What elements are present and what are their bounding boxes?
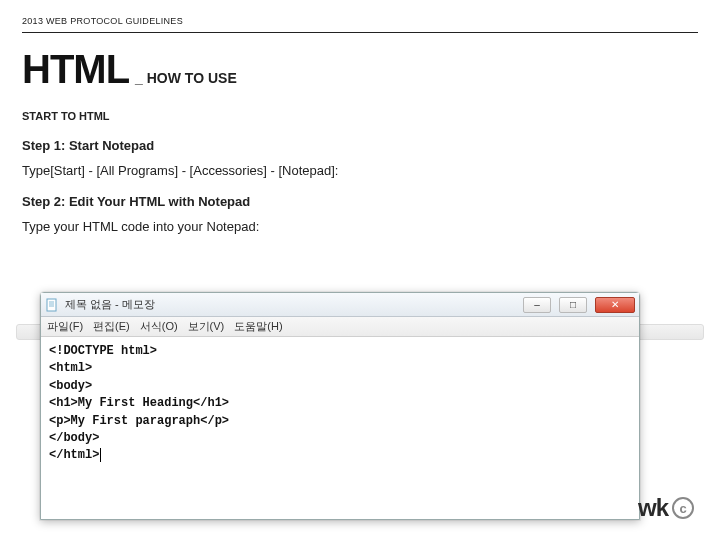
logo-text: wk [638, 494, 668, 522]
text-caret-icon [100, 448, 101, 462]
notepad-window: 제목 없음 - 메모장 – □ ✕ 파일(F) 편집(E) 서식(O) 보기(V… [40, 292, 640, 520]
maximize-button[interactable]: □ [559, 297, 587, 313]
page-title-main: HTML [22, 47, 129, 92]
notepad-text-area[interactable]: <!DOCTYPE html> <html> <body> <h1>My Fir… [41, 337, 639, 519]
notepad-titlebar[interactable]: 제목 없음 - 메모장 – □ ✕ [41, 293, 639, 317]
menu-format[interactable]: 서식(O) [140, 319, 178, 334]
menu-help[interactable]: 도움말(H) [234, 319, 282, 334]
code-line: <h1>My First Heading</h1> [49, 395, 631, 412]
header-topline: 2013 WEB PROTOCOL GUIDELINES [22, 16, 698, 26]
notepad-menubar: 파일(F) 편집(E) 서식(O) 보기(V) 도움말(H) [41, 317, 639, 337]
svg-rect-0 [47, 299, 56, 311]
notepad-app-icon [45, 298, 59, 312]
code-line: <body> [49, 378, 631, 395]
code-line: <html> [49, 360, 631, 377]
code-line: <p>My First paragraph</p> [49, 413, 631, 430]
footer-logo: wk c [638, 494, 694, 522]
section-label: START TO HTML [22, 110, 698, 122]
page-title-sub: _ HOW TO USE [135, 70, 237, 86]
menu-view[interactable]: 보기(V) [188, 319, 225, 334]
code-line: </html> [49, 447, 631, 464]
menu-file[interactable]: 파일(F) [47, 319, 83, 334]
menu-edit[interactable]: 편집(E) [93, 319, 130, 334]
step1-title: Step 1: Start Notepad [22, 138, 698, 153]
step1-body: Type[Start] - [All Programs] - [Accessor… [22, 163, 698, 178]
logo-mark-icon: c [672, 497, 694, 519]
close-button[interactable]: ✕ [595, 297, 635, 313]
code-line: <!DOCTYPE html> [49, 343, 631, 360]
code-line: </body> [49, 430, 631, 447]
minimize-button[interactable]: – [523, 297, 551, 313]
header-rule [22, 32, 698, 33]
notepad-window-title: 제목 없음 - 메모장 [65, 297, 515, 312]
step2-body: Type your HTML code into your Notepad: [22, 219, 698, 234]
page-title-row: HTML _ HOW TO USE [22, 47, 698, 92]
step2-title: Step 2: Edit Your HTML with Notepad [22, 194, 698, 209]
